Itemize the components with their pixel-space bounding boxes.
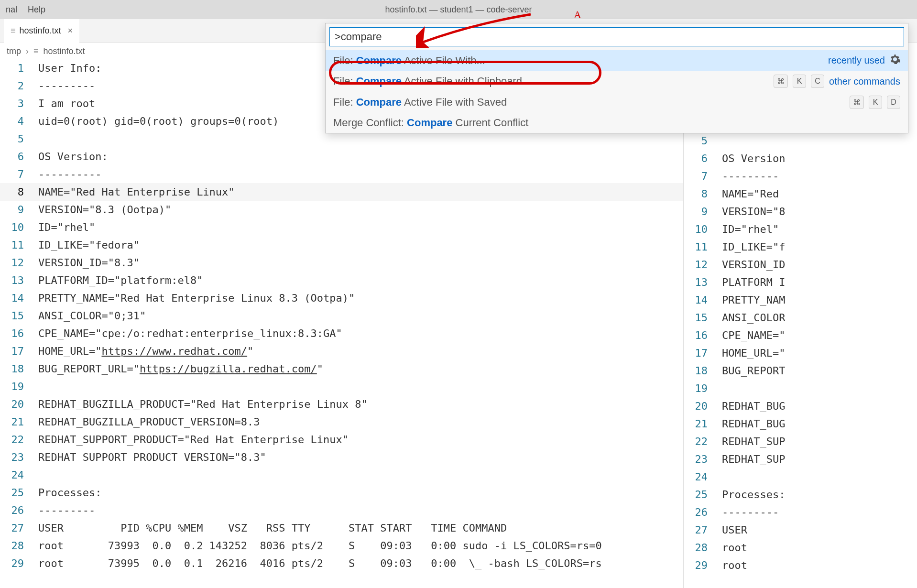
menu-terminal[interactable]: nal [6,5,17,15]
code-text[interactable]: root [722,539,747,556]
code-text[interactable]: --------- [722,503,779,521]
code-text[interactable]: Processes: [38,484,101,501]
code-line[interactable]: 8NAME="Red [684,185,917,203]
code-line[interactable]: 25Processes: [0,484,683,501]
code-line[interactable]: 18BUG_REPORT_URL="https://bugzilla.redha… [0,360,683,378]
code-line[interactable]: 20REDHAT_BUG [684,397,917,415]
code-text[interactable]: REDHAT_BUGZILLA_PRODUCT_VERSION=8.3 [38,413,260,431]
code-line[interactable]: 19 [684,380,917,397]
code-text[interactable]: uid=0(root) gid=0(root) groups=0(root) [38,112,279,130]
code-text[interactable]: --------- [38,77,95,95]
code-line[interactable]: 13PLATFORM_ID="platform:el8" [0,272,683,289]
code-text[interactable]: VERSION="8.3 (Ootpa)" [38,201,171,218]
code-line[interactable]: 22REDHAT_SUPPORT_PRODUCT="Red Hat Enterp… [0,431,683,448]
code-line[interactable]: 9VERSION="8.3 (Ootpa)" [0,201,683,218]
code-line[interactable]: 21REDHAT_BUG [684,415,917,433]
code-text[interactable]: USER PID %CPU %MEM VSZ RSS TTY STAT STAR… [38,519,507,537]
code-line[interactable]: 19 [0,378,683,395]
code-text[interactable]: VERSION_ID [722,256,785,273]
menu-help[interactable]: Help [28,5,45,15]
command-palette-item[interactable]: File: Compare Active File With...recentl… [326,50,908,71]
code-text[interactable]: ID_LIKE="fedora" [38,236,140,254]
code-line[interactable]: 23REDHAT_SUPPORT_PRODUCT_VERSION="8.3" [0,448,683,466]
code-text[interactable]: ---------- [38,165,101,183]
code-line[interactable]: 8NAME="Red Hat Enterprise Linux" [0,183,683,201]
code-line[interactable]: 28root 73993 0.0 0.2 143252 8036 pts/2 S… [0,537,683,555]
code-line[interactable]: 10ID="rhel" [684,220,917,238]
code-line[interactable]: 12VERSION_ID="8.3" [0,254,683,272]
command-palette-item[interactable]: Merge Conflict: Compare Current Conflict [326,113,908,133]
code-line[interactable]: 24 [684,468,917,486]
code-text[interactable]: HOME_URL="https://www.redhat.com/" [38,342,253,360]
code-line[interactable]: 11ID_LIKE="fedora" [0,236,683,254]
code-line[interactable]: 21REDHAT_BUGZILLA_PRODUCT_VERSION=8.3 [0,413,683,431]
code-text[interactable]: NAME="Red Hat Enterprise Linux" [38,183,235,201]
code-line[interactable]: 22REDHAT_SUP [684,433,917,450]
code-text[interactable]: --------- [38,501,95,519]
code-line[interactable]: 18BUG_REPORT [684,362,917,380]
code-text[interactable]: REDHAT_BUGZILLA_PRODUCT="Red Hat Enterpr… [38,395,368,413]
code-text[interactable]: PRETTY_NAM [722,291,785,309]
code-line[interactable]: 17HOME_URL=" [684,344,917,362]
code-line[interactable]: 7--------- [684,167,917,185]
code-line[interactable]: 16CPE_NAME=" [684,327,917,344]
code-line[interactable]: 28root [684,539,917,556]
command-palette-input[interactable] [329,27,904,46]
code-line[interactable]: 27USER PID %CPU %MEM VSZ RSS TTY STAT ST… [0,519,683,537]
editor-left[interactable]: 1User Info:2---------3I am root4uid=0(ro… [0,59,684,588]
code-line[interactable]: 15ANSI_COLOR [684,309,917,327]
code-line[interactable]: 9VERSION="8 [684,203,917,220]
code-text[interactable]: CPE_NAME="cpe:/o:redhat:enterprise_linux… [38,325,342,342]
code-text[interactable]: REDHAT_SUPPORT_PRODUCT_VERSION="8.3" [38,448,266,466]
code-text[interactable]: ID="rhel" [38,218,95,236]
code-line[interactable]: 14PRETTY_NAME="Red Hat Enterprise Linux … [0,289,683,307]
tab-close-icon[interactable]: × [68,26,73,36]
code-text[interactable]: USER [722,521,747,539]
code-line[interactable]: 16CPE_NAME="cpe:/o:redhat:enterprise_lin… [0,325,683,342]
code-text[interactable]: REDHAT_SUP [722,450,785,468]
command-palette-item[interactable]: File: Compare Active File with Clipboard… [326,71,908,92]
code-line[interactable]: 23REDHAT_SUP [684,450,917,468]
code-line[interactable]: 6OS Version [684,150,917,167]
code-text[interactable]: REDHAT_SUPPORT_PRODUCT="Red Hat Enterpri… [38,431,349,448]
code-text[interactable]: User Info: [38,59,101,77]
code-text[interactable]: REDHAT_BUG [722,397,785,415]
code-line[interactable]: 15ANSI_COLOR="0;31" [0,307,683,325]
code-line[interactable]: 26--------- [0,501,683,519]
code-text[interactable]: REDHAT_SUP [722,433,785,450]
code-text[interactable]: ANSI_COLOR [722,309,785,327]
code-text[interactable]: I am root [38,95,95,112]
gear-icon[interactable] [890,54,900,67]
tab-hostinfo[interactable]: hostinfo.txt × [4,19,79,43]
code-text[interactable]: root [722,556,747,574]
code-text[interactable]: HOME_URL=" [722,344,785,362]
code-text[interactable]: NAME="Red [722,185,779,203]
code-line[interactable]: 24 [0,466,683,484]
code-text[interactable]: --------- [722,167,779,185]
code-line[interactable]: 11ID_LIKE="f [684,238,917,256]
breadcrumb-folder[interactable]: tmp [7,46,21,56]
breadcrumb-file[interactable]: hostinfo.txt [44,46,85,56]
code-text[interactable]: root 73995 0.0 0.1 26216 4016 pts/2 S 09… [38,555,602,572]
code-line[interactable]: 13PLATFORM_I [684,273,917,291]
code-text[interactable]: VERSION="8 [722,203,785,220]
code-text[interactable]: REDHAT_BUG [722,415,785,433]
code-text[interactable]: OS Version: [38,148,108,165]
code-line[interactable]: 12VERSION_ID [684,256,917,273]
code-text[interactable]: root 73993 0.0 0.2 143252 8036 pts/2 S 0… [38,537,602,555]
code-line[interactable]: 5 [684,132,917,150]
code-line[interactable]: 20REDHAT_BUGZILLA_PRODUCT="Red Hat Enter… [0,395,683,413]
code-line[interactable]: 26--------- [684,503,917,521]
code-text[interactable]: Processes: [722,486,785,503]
code-line[interactable]: 27USER [684,521,917,539]
code-line[interactable]: 29root [684,556,917,574]
code-line[interactable]: 10ID="rhel" [0,218,683,236]
code-text[interactable]: OS Version [722,150,785,167]
code-text[interactable]: ID="rhel" [722,220,779,238]
code-line[interactable]: 25Processes: [684,486,917,503]
code-text[interactable]: BUG_REPORT_URL="https://bugzilla.redhat.… [38,360,323,378]
command-palette-item[interactable]: File: Compare Active File with Saved⌘KD [326,92,908,113]
code-line[interactable]: 29root 73995 0.0 0.1 26216 4016 pts/2 S … [0,555,683,572]
code-text[interactable]: PLATFORM_ID="platform:el8" [38,272,203,289]
code-line[interactable]: 17HOME_URL="https://www.redhat.com/" [0,342,683,360]
